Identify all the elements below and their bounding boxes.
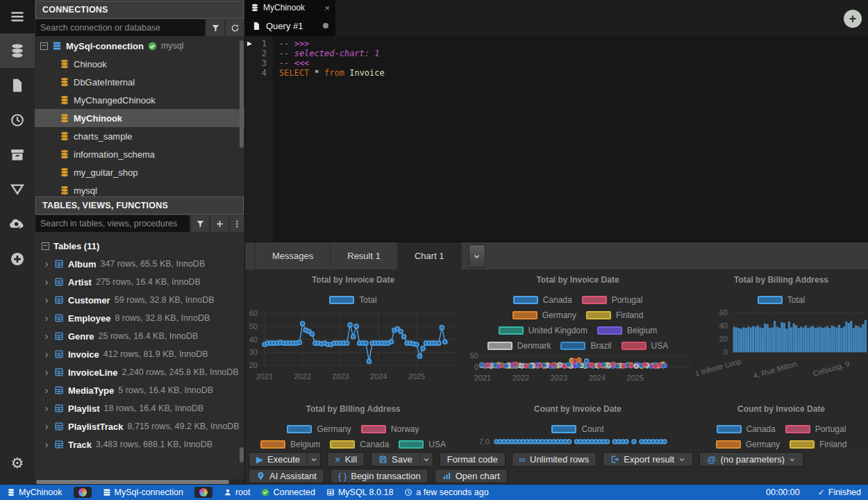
legend-item-usa[interactable]: USA <box>621 341 669 351</box>
table-item-PlaylistTrack[interactable]: PlaylistTrack8,715 rows, 49.2 KB, InnoDB <box>35 417 244 435</box>
status-mychinook[interactable]: MyChinook <box>7 488 62 497</box>
connections-search-input[interactable] <box>35 19 205 36</box>
legend-item-germany[interactable]: Germany <box>287 424 351 434</box>
result-tab-result-1[interactable]: Result 1 <box>331 242 398 269</box>
status-mysql-connection[interactable]: MySql-connection <box>103 488 183 497</box>
activity-item-filter-triangle[interactable] <box>0 172 35 207</box>
unlimited-rows-button[interactable]: ∞Unlimited rows <box>512 452 597 467</box>
table-item-MediaType[interactable]: MediaType5 rows, 16.4 KB, InnoDB <box>35 381 244 399</box>
collapse-icon[interactable] <box>42 242 49 250</box>
legend-item-united-kingdom[interactable]: United Kingdom <box>499 326 587 335</box>
ai-assistant-button[interactable]: AI Assistant <box>249 469 324 483</box>
save-button[interactable]: Save <box>371 452 419 467</box>
table-item-Customer[interactable]: Customer59 rows, 32.8 KB, InnoDB <box>35 291 244 309</box>
expand-icon[interactable] <box>43 439 50 450</box>
legend-item-finland[interactable]: Finland <box>790 440 846 449</box>
tables-scrollbar-thumb[interactable] <box>240 447 244 462</box>
expand-icon[interactable] <box>43 385 50 396</box>
connections-refresh-button[interactable] <box>226 19 244 36</box>
expand-icon[interactable] <box>43 331 50 342</box>
legend-item-total[interactable]: Total <box>329 295 376 305</box>
export-result-button[interactable]: Export result <box>603 452 693 467</box>
legend-item-canada[interactable]: Canada <box>513 295 572 305</box>
tables-hscrollbar-thumb[interactable] <box>36 480 229 484</box>
database-item-my_guitar_shop[interactable]: my_guitar_shop <box>35 163 244 181</box>
format-code-button[interactable]: Format code <box>440 452 506 467</box>
begin-transaction-button[interactable]: { }Begin transaction <box>331 469 428 483</box>
result-tabs-dropdown-button[interactable] <box>469 244 485 268</box>
tab-query-1[interactable]: Query #1 <box>245 15 335 36</box>
database-item-MyChinook[interactable]: MyChinook <box>35 109 244 127</box>
tables-filter-button[interactable] <box>191 215 209 232</box>
close-icon[interactable] <box>324 3 330 13</box>
legend-item-belgium[interactable]: Belgium <box>597 326 657 335</box>
table-item-InvoiceLine[interactable]: InvoiceLine2,240 rows, 245.8 KB, InnoDB <box>35 363 244 381</box>
new-query-button[interactable]: + <box>844 10 862 28</box>
table-item-Invoice[interactable]: Invoice412 rows, 81.9 KB, InnoDB <box>35 345 244 363</box>
legend-item-usa[interactable]: USA <box>399 440 446 449</box>
table-item-Playlist[interactable]: Playlist18 rows, 16.4 KB, InnoDB <box>35 399 244 417</box>
expand-icon[interactable] <box>43 349 50 360</box>
database-item-mysql[interactable]: mysql <box>35 181 244 196</box>
connections-filter-button[interactable] <box>206 19 224 36</box>
database-item-MyChangedChinook[interactable]: MyChangedChinook <box>35 91 244 109</box>
legend-item-germany[interactable]: Germany <box>512 310 576 320</box>
legend-item-finland[interactable]: Finland <box>586 310 643 320</box>
expand-icon[interactable] <box>43 276 50 288</box>
result-tab-chart-1[interactable]: Chart 1 <box>398 242 462 269</box>
activity-item-archive[interactable] <box>0 138 35 172</box>
table-item-Album[interactable]: Album347 rows, 65.5 KB, InnoDB <box>35 255 244 273</box>
open-chart-button[interactable]: Open chart <box>435 469 508 483</box>
execute-dropdown-button[interactable] <box>307 452 321 467</box>
expand-icon[interactable] <box>43 258 50 269</box>
activity-item-add-circle[interactable] <box>0 242 35 276</box>
table-item-Genre[interactable]: Genre25 rows, 16.4 KB, InnoDB <box>35 327 244 345</box>
theme-badge[interactable] <box>74 487 92 498</box>
activity-item-cloud-search[interactable] <box>0 207 35 242</box>
table-item-Track[interactable]: Track3,483 rows, 688.1 KB, InnoDB <box>35 435 244 453</box>
legend-item-total[interactable]: Total <box>758 295 805 305</box>
legend-item-brazil[interactable]: Brazil <box>560 341 611 351</box>
collapse-icon[interactable] <box>40 42 48 50</box>
connections-scrollbar-thumb[interactable] <box>240 40 244 148</box>
tab-group-mychinook[interactable]: MyChinook <box>245 0 335 15</box>
legend-item-belgium[interactable]: Belgium <box>260 440 320 449</box>
database-item-Chinook[interactable]: Chinook <box>35 55 244 73</box>
execute-button[interactable]: ▶Execute <box>249 452 307 467</box>
save-dropdown-button[interactable] <box>419 452 433 467</box>
activity-item-file[interactable] <box>0 68 35 103</box>
database-item-DbGateInternal[interactable]: DbGateInternal <box>35 73 244 91</box>
legend-item-norway[interactable]: Norway <box>361 424 419 434</box>
expand-icon[interactable] <box>43 367 50 378</box>
legend-item-denmark[interactable]: Denmark <box>487 341 551 351</box>
database-item-information_schema[interactable]: information_schema <box>35 145 244 163</box>
activity-item-settings[interactable]: ⚙ <box>0 446 35 481</box>
sql-editor[interactable]: 1234 -- >>>-- selected-chart: 1-- <<<SEL… <box>245 36 868 242</box>
legend-item-germany[interactable]: Germany <box>716 440 780 449</box>
table-item-Artist[interactable]: Artist275 rows, 16.4 KB, InnoDB <box>35 273 244 291</box>
editor-code[interactable]: -- >>>-- selected-chart: 1-- <<<SELECT *… <box>273 36 868 242</box>
tables-search-input[interactable] <box>35 215 190 232</box>
expand-icon[interactable] <box>43 403 50 414</box>
tables-group-row[interactable]: Tables (11) <box>35 237 244 255</box>
legend-item-portugal[interactable]: Portugal <box>785 424 846 434</box>
expand-icon[interactable] <box>43 294 50 306</box>
legend-item-canada[interactable]: Canada <box>330 440 389 449</box>
activity-item-menu[interactable] <box>0 0 35 33</box>
expand-icon[interactable] <box>43 312 50 324</box>
-no-parameters--button[interactable]: @(no parameters) <box>699 452 803 467</box>
kill-button[interactable]: ×Kill <box>327 452 365 467</box>
result-tab-messages[interactable]: Messages <box>255 242 331 269</box>
tables-menu-button[interactable] <box>230 215 244 232</box>
add-table-button[interactable] <box>210 215 228 232</box>
table-item-Employee[interactable]: Employee8 rows, 32.8 KB, InnoDB <box>35 309 244 327</box>
activity-item-history[interactable] <box>0 103 35 138</box>
activity-item-database[interactable] <box>0 33 35 68</box>
theme-badge[interactable] <box>194 487 212 498</box>
database-item-charts_sample[interactable]: charts_sample <box>35 127 244 145</box>
connection-root-row[interactable]: MySql-connection mysql <box>35 37 244 55</box>
legend-item-portugal[interactable]: Portugal <box>582 295 643 305</box>
legend-item-count[interactable]: Count <box>551 424 603 434</box>
expand-icon[interactable] <box>43 421 50 432</box>
legend-item-canada[interactable]: Canada <box>717 424 776 434</box>
